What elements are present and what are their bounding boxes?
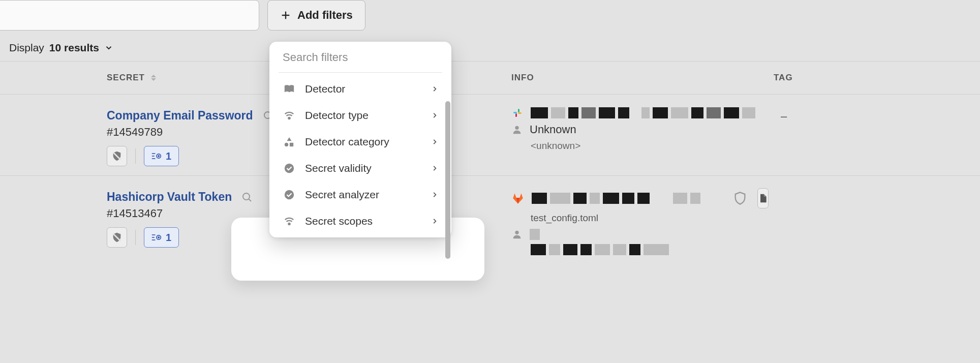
svg-point-29 (285, 190, 294, 199)
filter-item-label: Detector (305, 83, 345, 95)
redacted-text (530, 229, 540, 240)
svg-rect-13 (515, 113, 517, 117)
filter-search-input[interactable]: Search filters (269, 42, 451, 72)
tag-cell: – (774, 110, 794, 123)
secret-title-link[interactable]: Company Email Password (107, 109, 253, 123)
user-icon (511, 229, 523, 240)
shield-icon (733, 191, 747, 205)
search-field[interactable] (0, 0, 259, 31)
chevron-right-icon (431, 85, 438, 93)
sort-icon (151, 75, 156, 81)
shield-off-icon (111, 150, 122, 162)
plus-icon (280, 10, 291, 21)
shapes-icon (284, 137, 295, 147)
user-icon (511, 124, 523, 135)
eye-list-icon (151, 152, 162, 160)
column-header-tag: TAG (774, 73, 793, 83)
filter-item-secret-scopes[interactable]: Secret scopes (273, 208, 447, 234)
svg-point-26 (285, 143, 288, 146)
divider (279, 72, 442, 73)
display-selector[interactable]: Display 10 results (0, 37, 980, 61)
divider (135, 230, 136, 245)
display-label: Display (9, 42, 44, 54)
table-row[interactable]: Company Email Password #14549789 1 Unkno (0, 94, 980, 175)
file-icon (758, 193, 768, 204)
svg-rect-12 (518, 112, 522, 114)
add-filters-button[interactable]: Add filters (267, 0, 365, 31)
svg-rect-11 (518, 109, 519, 112)
chevron-down-icon (104, 43, 113, 52)
shield-status-button[interactable] (107, 146, 127, 166)
check-circle-icon (284, 163, 295, 174)
secret-id: #14549789 (107, 126, 274, 139)
info-user: Unknown (530, 123, 576, 136)
filter-item-secret-analyzer[interactable]: Secret analyzer (273, 182, 447, 208)
chevron-right-icon (431, 218, 438, 225)
filter-search-placeholder: Search filters (283, 51, 348, 64)
divider (135, 148, 136, 164)
occurrence-count: 1 (166, 150, 171, 162)
redacted-text (531, 244, 669, 255)
filter-item-secret-validity[interactable]: Secret validity (273, 155, 447, 182)
column-header-secret-label: SECRET (107, 73, 145, 83)
svg-marker-25 (287, 137, 291, 141)
redacted-text (531, 107, 755, 118)
filter-dropdown: Search filters Detector Detector type De… (269, 42, 451, 237)
svg-point-23 (515, 231, 518, 234)
filter-item-label: Secret analyzer (305, 189, 379, 201)
search-icon[interactable] (241, 191, 253, 203)
filter-item-detector[interactable]: Detector (273, 76, 447, 102)
secret-id: #14513467 (107, 207, 253, 220)
tag-value: – (781, 110, 787, 123)
shield-status-button[interactable] (107, 227, 127, 248)
svg-point-24 (288, 117, 290, 119)
occurrence-badge[interactable]: 1 (144, 227, 179, 248)
info-file: test_config.toml (531, 213, 736, 224)
filter-item-label: Detector type (305, 109, 369, 122)
redacted-text (532, 193, 700, 204)
filter-item-detector-type[interactable]: Detector type (273, 102, 447, 129)
display-value: 10 results (49, 42, 99, 54)
scrollbar[interactable] (445, 101, 450, 259)
filter-item-label: Secret validity (305, 162, 372, 174)
info-cell: test_config.toml (511, 188, 736, 257)
column-header-secret[interactable]: SECRET (107, 73, 156, 83)
file-button[interactable] (757, 188, 769, 208)
column-header-tag-label: TAG (774, 73, 793, 82)
svg-point-28 (285, 164, 294, 173)
svg-rect-10 (513, 112, 517, 113)
gitlab-icon (511, 192, 525, 205)
column-header-info: INFO (511, 73, 534, 83)
chevron-right-icon (431, 191, 438, 198)
table-row[interactable]: Hashicorp Vault Token #14513467 1 (0, 175, 980, 257)
svg-point-14 (515, 126, 518, 130)
svg-point-9 (158, 156, 160, 157)
wifi-icon (284, 111, 295, 120)
table-header: SECRET INFO TAG (0, 62, 980, 94)
secret-cell: Company Email Password #14549789 1 (107, 109, 274, 166)
occurrence-badge[interactable]: 1 (144, 146, 179, 166)
info-cell: Unknown <unknown> (511, 107, 736, 152)
svg-point-30 (288, 223, 290, 225)
filter-item-label: Detector category (305, 136, 389, 148)
chevron-right-icon (431, 138, 438, 145)
shield-off-icon (111, 232, 122, 243)
book-icon (284, 84, 295, 94)
chevron-right-icon (431, 112, 438, 119)
wifi-icon (284, 217, 295, 226)
info-user-sub: <unknown> (531, 140, 736, 152)
eye-list-icon (151, 233, 162, 241)
occurrence-count: 1 (166, 232, 171, 244)
secret-title-link[interactable]: Hashicorp Vault Token (107, 190, 232, 204)
svg-point-22 (158, 237, 160, 238)
check-circle-icon (284, 189, 295, 200)
svg-line-16 (249, 199, 251, 201)
svg-rect-27 (290, 143, 293, 146)
svg-point-15 (243, 193, 250, 200)
chevron-right-icon (431, 165, 438, 172)
filter-item-label: Secret scopes (305, 215, 373, 227)
column-header-info-label: INFO (511, 73, 534, 82)
filter-item-detector-category[interactable]: Detector category (273, 129, 447, 155)
slack-icon (511, 107, 524, 119)
add-filters-label: Add filters (297, 9, 353, 22)
